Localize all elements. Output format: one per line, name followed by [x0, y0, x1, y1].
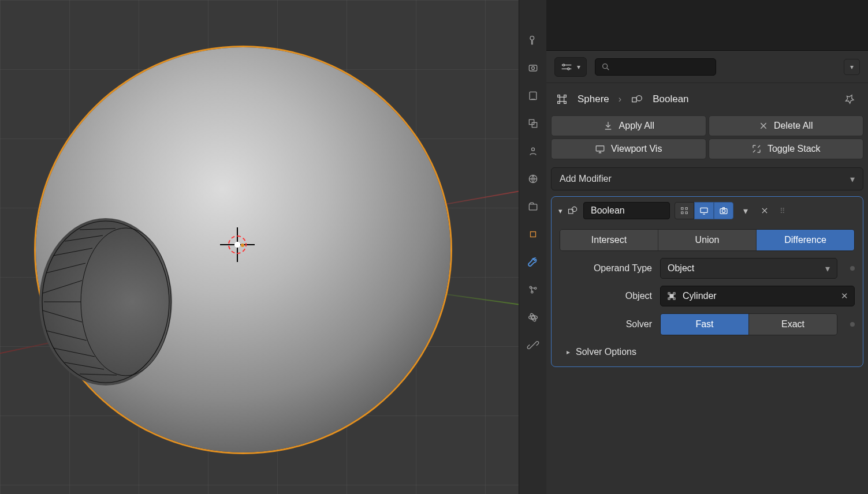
solver-label: Solver [560, 319, 652, 330]
grip-icon[interactable]: ⠿ [780, 207, 787, 215]
solver-options-label: Solver Options [576, 347, 636, 357]
chevron-down-icon: ▾ [825, 263, 830, 274]
close-icon [761, 207, 769, 215]
svg-line-10 [80, 229, 116, 230]
boolean-cut-hole [39, 218, 172, 386]
svg-point-27 [529, 313, 537, 322]
svg-rect-17 [532, 122, 537, 127]
operand-type-dropdown[interactable]: Object ▾ [660, 258, 837, 279]
animate-dot-icon[interactable] [850, 266, 855, 271]
3d-viewport[interactable] [0, 0, 519, 494]
svg-rect-38 [686, 208, 687, 209]
svg-line-6 [53, 248, 92, 256]
svg-rect-21 [530, 232, 535, 237]
object-icon [556, 93, 568, 106]
cylinder-wireframe-icon [39, 218, 172, 386]
search-icon [601, 62, 610, 72]
op-difference[interactable]: Difference [757, 230, 854, 250]
object-icon [666, 291, 677, 301]
svg-point-29 [568, 68, 569, 69]
svg-rect-20 [529, 204, 537, 210]
viewport-vis-button[interactable]: Viewport Vis [551, 139, 706, 159]
monitor-icon [595, 144, 605, 154]
toggle-render[interactable] [714, 202, 733, 219]
toggle-edit-mode[interactable] [675, 202, 694, 219]
edit-icon [680, 206, 689, 215]
svg-point-25 [531, 316, 534, 319]
pin-icon [844, 93, 855, 105]
svg-rect-39 [681, 212, 683, 214]
monitor-icon [699, 206, 709, 215]
editor-type-dropdown[interactable]: ▾ [554, 57, 587, 77]
svg-rect-44 [670, 294, 673, 298]
modifier-name-field[interactable]: Boolean [583, 202, 670, 219]
add-modifier-dropdown[interactable]: Add Modifier ▾ [551, 167, 863, 190]
op-intersect[interactable]: Intersect [560, 230, 658, 250]
solver-fast[interactable]: Fast [661, 314, 749, 335]
svg-rect-41 [701, 208, 707, 212]
svg-rect-31 [560, 97, 564, 101]
collection-tab-icon[interactable] [526, 200, 540, 214]
scene-tab-icon[interactable] [526, 144, 540, 158]
output-tab-icon[interactable] [526, 89, 540, 103]
object-tab-icon[interactable] [526, 227, 540, 241]
sliders-icon [561, 63, 572, 71]
options-dropdown[interactable]: ▾ [844, 59, 860, 75]
crumb-object[interactable]: Sphere [578, 93, 609, 105]
toggle-stack-button[interactable]: Toggle Stack [709, 139, 864, 159]
search-input[interactable] [595, 58, 716, 76]
toggle-stack-label: Toggle Stack [768, 144, 821, 154]
particles-tab-icon[interactable] [526, 283, 540, 297]
animate-dot-icon[interactable] [850, 322, 855, 327]
svg-line-3 [43, 310, 82, 322]
solver-exact[interactable]: Exact [749, 314, 837, 335]
svg-point-1 [81, 228, 171, 376]
display-toggles [675, 202, 733, 219]
search-field[interactable] [615, 62, 710, 71]
physics-tab-icon[interactable] [526, 310, 540, 324]
boolean-icon [567, 205, 579, 216]
solver-options-panel[interactable]: ▸ Solver Options [567, 347, 848, 357]
svg-point-18 [531, 148, 534, 151]
modifier-icon [631, 93, 643, 106]
viewport-vis-label: Viewport Vis [611, 144, 662, 154]
modifier-menu-button[interactable]: ▾ [738, 202, 753, 219]
operand-type-label: Operand Type [560, 263, 652, 274]
quick-buttons: Apply All Delete All Viewport Vis Toggle… [546, 115, 868, 164]
clear-object-button[interactable]: ✕ [841, 291, 848, 301]
chevron-down-icon: ▾ [577, 63, 580, 71]
tool-tab-icon[interactable] [526, 33, 540, 47]
pin-button[interactable] [840, 90, 859, 108]
svg-line-9 [65, 362, 104, 369]
apply-all-button[interactable]: Apply All [551, 115, 706, 136]
op-union[interactable]: Union [658, 230, 757, 250]
delete-all-label: Delete All [774, 121, 813, 131]
download-icon [603, 121, 613, 131]
viewlayer-tab-icon[interactable] [526, 117, 540, 130]
svg-point-28 [562, 64, 564, 66]
svg-rect-13 [529, 65, 537, 71]
crumb-modifier[interactable]: Boolean [653, 93, 688, 105]
svg-point-14 [531, 67, 534, 70]
world-tab-icon[interactable] [526, 172, 540, 186]
object-field[interactable]: Cylinder ✕ [660, 286, 855, 306]
close-icon [759, 121, 768, 130]
modifier-tab-icon[interactable] [526, 255, 540, 269]
delete-all-button[interactable]: Delete All [709, 115, 864, 136]
svg-line-2 [43, 280, 82, 293]
render-tab-icon[interactable] [526, 61, 540, 75]
constraints-tab-icon[interactable] [526, 338, 540, 352]
panel-topbar [546, 0, 868, 51]
add-modifier-label: Add Modifier [560, 174, 612, 184]
svg-rect-40 [686, 212, 687, 214]
svg-rect-16 [529, 119, 534, 124]
modifier-delete-button[interactable] [758, 202, 772, 219]
breadcrumb: Sphere › Boolean [546, 83, 868, 115]
expand-icon [751, 144, 762, 154]
property-tabs-rail [519, 0, 546, 494]
operation-segmented: Intersect Union Difference [560, 229, 855, 251]
chevron-down-icon[interactable]: ▾ [558, 207, 562, 215]
svg-point-30 [603, 63, 608, 68]
svg-rect-32 [632, 98, 636, 102]
toggle-realtime[interactable] [694, 202, 714, 219]
